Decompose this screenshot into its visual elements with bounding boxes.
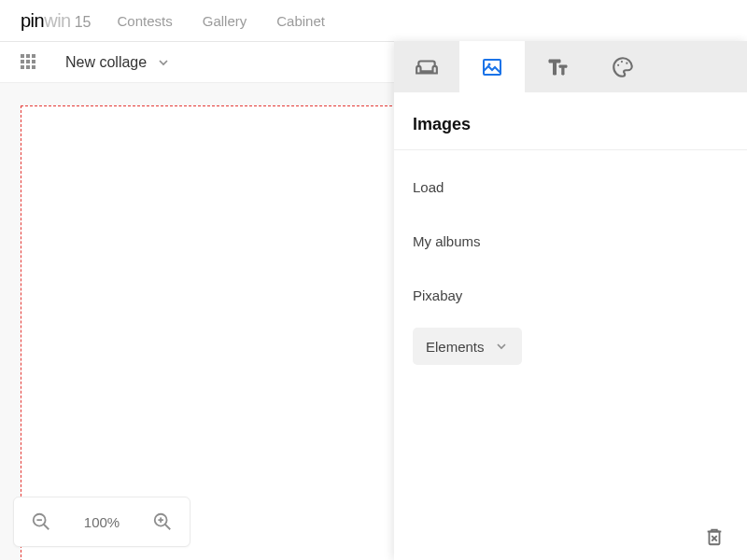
logo-version: 15 (75, 14, 92, 31)
panel-list: Load My albums Pixabay Elements (394, 150, 747, 374)
grid-menu-icon[interactable] (21, 54, 37, 71)
doc-title-dropdown[interactable]: New collage (65, 54, 171, 71)
svg-point-8 (488, 63, 491, 65)
elements-label: Elements (426, 339, 485, 355)
doc-title-text: New collage (65, 54, 147, 71)
zoom-in-icon (152, 511, 173, 532)
zoom-in-button[interactable] (150, 510, 175, 534)
chevron-down-icon (485, 339, 509, 354)
panel-item-load[interactable]: Load (413, 160, 728, 214)
chevron-down-icon (147, 55, 171, 70)
zoom-control: 100% (13, 497, 190, 547)
sofa-icon (415, 55, 439, 79)
panel-item-albums[interactable]: My albums (413, 214, 728, 268)
tab-images[interactable] (459, 41, 525, 92)
side-panel: Images Load My albums Pixabay Elements (394, 41, 747, 560)
zoom-out-icon (31, 511, 51, 532)
palette-icon (611, 55, 635, 79)
text-icon (546, 56, 569, 78)
nav-cabinet[interactable]: Cabinet (276, 13, 325, 29)
zoom-out-button[interactable] (29, 510, 53, 534)
nav-contests[interactable]: Contests (118, 13, 173, 29)
image-icon (481, 56, 503, 78)
tab-text[interactable] (525, 41, 590, 92)
tab-color[interactable] (590, 41, 655, 92)
nav-gallery[interactable]: Gallery (203, 13, 247, 29)
logo-pin: pin (21, 10, 44, 32)
panel-item-pixabay[interactable]: Pixabay (413, 268, 728, 322)
trash-icon (704, 526, 725, 547)
svg-point-9 (617, 63, 619, 65)
panel-tabs (394, 41, 747, 92)
panel-title: Images (394, 92, 747, 150)
trash-button[interactable] (704, 526, 726, 549)
svg-point-11 (626, 62, 627, 63)
logo[interactable]: pinwin 15 (21, 10, 92, 32)
svg-line-4 (164, 525, 170, 530)
zoom-level: 100% (84, 514, 120, 530)
tab-layout[interactable] (394, 41, 459, 92)
top-nav: pinwin 15 Contests Gallery Cabinet (0, 0, 747, 42)
elements-dropdown[interactable]: Elements (413, 328, 522, 365)
logo-win: win (44, 10, 71, 32)
svg-line-1 (44, 525, 49, 530)
svg-point-10 (621, 60, 623, 62)
